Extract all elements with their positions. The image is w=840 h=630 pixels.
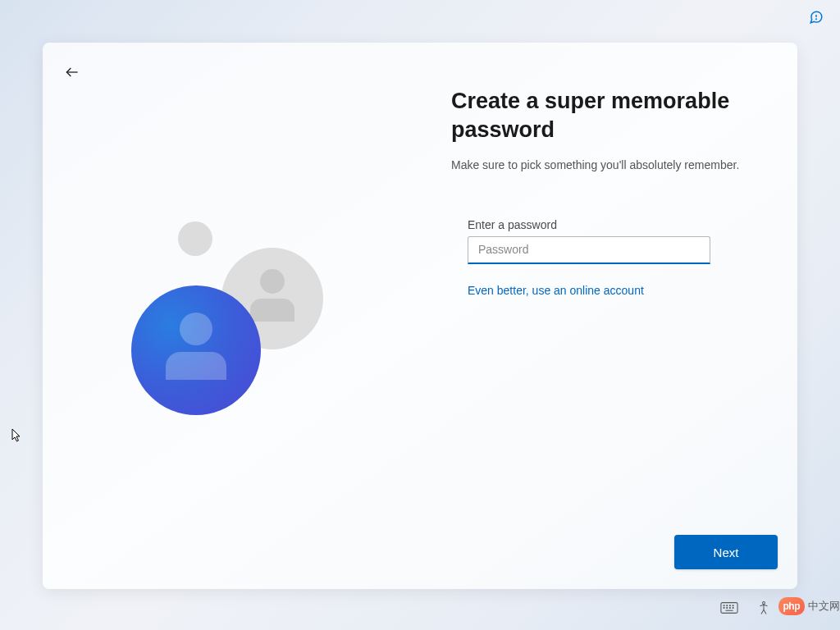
cursor-icon xyxy=(11,428,23,446)
page-title: Create a super memorable password xyxy=(451,87,763,144)
svg-point-11 xyxy=(733,607,733,608)
setup-card: Create a super memorable password Make s… xyxy=(43,43,797,589)
svg-point-4 xyxy=(724,605,724,606)
feedback-icon[interactable] xyxy=(809,10,824,25)
avatar-illustration xyxy=(131,221,369,459)
accessibility-icon[interactable] xyxy=(756,600,771,615)
svg-point-1 xyxy=(816,19,817,20)
next-button[interactable]: Next xyxy=(674,535,778,569)
decorative-circle xyxy=(178,221,212,256)
svg-point-10 xyxy=(729,607,730,608)
svg-point-7 xyxy=(733,605,733,606)
back-button[interactable] xyxy=(62,62,82,82)
page-subtitle: Make sure to pick something you'll absol… xyxy=(451,158,763,174)
avatar-primary-icon xyxy=(131,285,261,415)
watermark-text: 中文网 xyxy=(808,599,840,614)
password-input[interactable] xyxy=(468,236,710,264)
svg-point-9 xyxy=(727,607,728,608)
watermark-badge: php xyxy=(778,597,806,615)
svg-point-5 xyxy=(727,605,728,606)
online-account-link[interactable]: Even better, use an online account xyxy=(468,284,644,297)
watermark: php 中文网 xyxy=(778,597,841,615)
keyboard-icon[interactable] xyxy=(720,601,738,614)
password-label: Enter a password xyxy=(468,218,763,231)
svg-point-13 xyxy=(763,602,765,605)
svg-point-6 xyxy=(729,605,730,606)
svg-point-8 xyxy=(724,607,724,608)
